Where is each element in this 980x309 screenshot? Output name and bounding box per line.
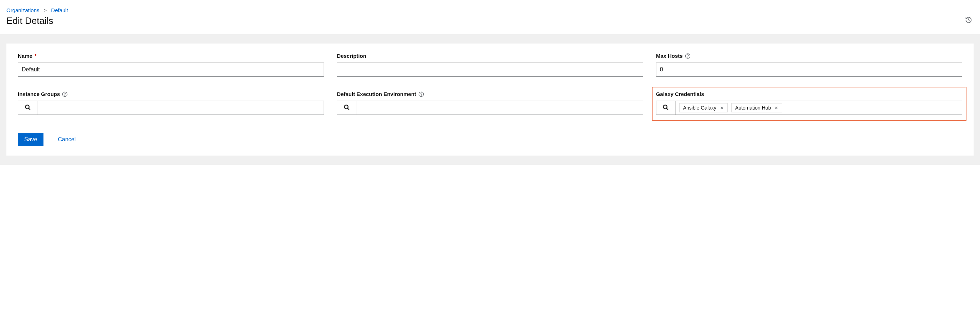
help-icon[interactable] (418, 91, 424, 97)
breadcrumb-default-link[interactable]: Default (51, 7, 68, 13)
svg-line-9 (347, 108, 349, 110)
cancel-button[interactable]: Cancel (58, 136, 76, 143)
credential-chip: Automation Hub (731, 103, 782, 112)
required-asterisk: * (35, 53, 37, 59)
svg-line-11 (667, 108, 668, 110)
svg-point-1 (687, 57, 688, 58)
instance-groups-field-group: Instance Groups (18, 91, 324, 115)
instance-groups-label: Instance Groups (18, 91, 324, 97)
breadcrumb: Organizations > Default (6, 7, 974, 13)
max-hosts-label: Max Hosts (656, 53, 962, 59)
search-icon (25, 104, 31, 112)
breadcrumb-organizations-link[interactable]: Organizations (6, 7, 40, 13)
default-exec-env-lookup-area[interactable] (356, 101, 643, 115)
galaxy-credentials-field-group: Galaxy Credentials Ansible Galaxy (656, 91, 962, 115)
close-icon[interactable] (775, 106, 778, 110)
help-icon[interactable] (685, 53, 690, 59)
description-label: Description (337, 53, 643, 59)
max-hosts-input[interactable] (656, 62, 962, 77)
chip-label: Automation Hub (735, 105, 771, 110)
chevron-right-icon: > (44, 7, 47, 13)
default-exec-env-lookup-button[interactable] (337, 101, 356, 115)
history-icon[interactable] (965, 16, 972, 25)
search-icon (344, 104, 350, 112)
highlight-box: Galaxy Credentials Ansible Galaxy (652, 87, 966, 121)
search-icon (662, 104, 669, 112)
default-exec-env-label: Default Execution Environment (337, 91, 643, 97)
svg-point-10 (663, 105, 667, 109)
galaxy-credentials-label: Galaxy Credentials (656, 91, 962, 97)
save-button[interactable]: Save (18, 133, 43, 146)
help-icon[interactable] (62, 91, 68, 97)
description-input[interactable] (337, 62, 643, 77)
name-input[interactable] (18, 62, 324, 77)
instance-groups-lookup-area[interactable] (37, 101, 324, 115)
page-title: Edit Details (6, 15, 974, 26)
svg-point-4 (25, 105, 29, 109)
svg-point-3 (65, 95, 65, 96)
svg-line-5 (29, 108, 30, 110)
name-label: Name * (18, 53, 324, 59)
chip-label: Ansible Galaxy (683, 105, 716, 110)
credential-chip: Ansible Galaxy (679, 103, 728, 112)
galaxy-credentials-lookup-button[interactable] (656, 101, 676, 115)
default-exec-env-field-group: Default Execution Environment (337, 91, 643, 115)
galaxy-credentials-lookup-area[interactable]: Ansible Galaxy Automation Hub (676, 101, 962, 115)
close-icon[interactable] (720, 106, 724, 110)
svg-point-7 (421, 95, 422, 96)
max-hosts-field-group: Max Hosts (656, 53, 962, 77)
name-field-group: Name * (18, 53, 324, 77)
instance-groups-lookup-button[interactable] (18, 101, 37, 115)
edit-form-card: Name * Description Max Hosts (6, 43, 974, 155)
description-field-group: Description (337, 53, 643, 77)
svg-point-8 (344, 105, 348, 109)
form-actions: Save Cancel (18, 133, 962, 146)
